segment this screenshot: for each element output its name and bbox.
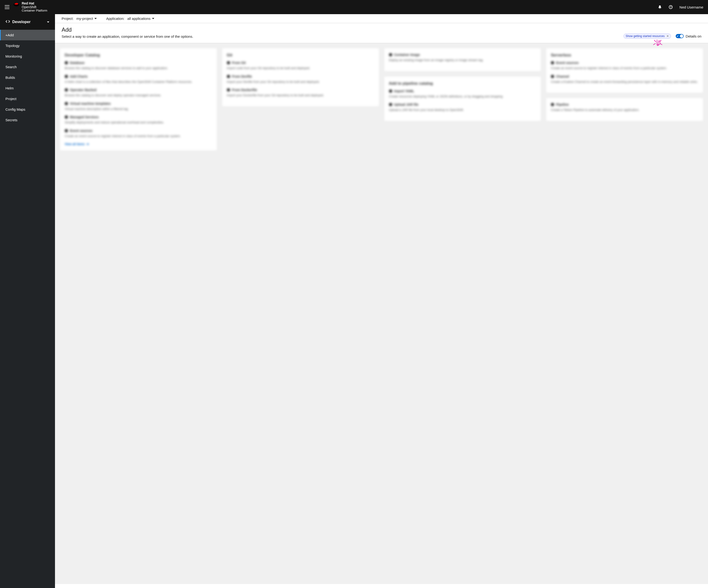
nav-label: Monitoring: [5, 54, 22, 58]
application-label: Application:: [106, 17, 125, 21]
project-value: my-project: [77, 17, 93, 21]
sidebar: Developer +Add Topology Monitoring Searc…: [0, 14, 55, 588]
redhat-logo-icon: [13, 2, 20, 7]
catalog-card: Container ImageDeploy an existing image …: [384, 48, 541, 71]
masthead-right: ? Ned Username: [658, 5, 703, 9]
page-subtitle: Select a way to create an application, c…: [62, 34, 193, 38]
nav-item-search[interactable]: Search: [0, 62, 55, 72]
nav-item-config-maps[interactable]: Config Maps: [0, 104, 55, 115]
catalog-card: Git From GitImport code from your Git re…: [222, 48, 379, 107]
nav-item-add[interactable]: +Add: [0, 30, 55, 40]
application-selector[interactable]: Application: all applications: [106, 17, 154, 21]
masthead-left: Red Hat OpenShift Container Platform: [5, 2, 47, 12]
code-icon: [6, 20, 10, 24]
notifications-bell-icon[interactable]: [658, 5, 662, 9]
catalog-card: PipelineCreate a Tekton Pipeline to auto…: [546, 98, 703, 121]
nav-item-secrets[interactable]: Secrets: [0, 115, 55, 125]
nav-label: Secrets: [5, 118, 18, 122]
nav-item-project[interactable]: Project: [0, 93, 55, 104]
details-toggle-label: Details on: [685, 34, 701, 38]
details-toggle-switch[interactable]: ✔: [676, 34, 684, 38]
svg-line-6: [659, 40, 661, 42]
perspective-label: Developer: [12, 20, 30, 24]
brand-line2: Container Platform: [22, 9, 47, 12]
nav-label: Helm: [5, 86, 14, 90]
page-header: Add Select a way to create an applicatio…: [55, 23, 708, 43]
nav-label: Topology: [5, 43, 20, 48]
svg-text:?: ?: [670, 6, 671, 8]
context-bar: Project: my-project Application: all app…: [55, 14, 708, 23]
catalog-card: Add to pipeline catalog Import YAMLCreat…: [384, 76, 541, 121]
catalog-card: Developer Catalog DatabaseBrowse the cat…: [60, 48, 217, 151]
perspective-switcher[interactable]: Developer: [0, 14, 55, 30]
project-label: Project:: [62, 17, 73, 21]
username-menu[interactable]: Ned Username: [679, 5, 703, 9]
caret-down-icon: [152, 18, 154, 19]
nav-label: Search: [5, 65, 17, 69]
page-title: Add: [62, 26, 193, 33]
show-getting-started-pill[interactable]: Show getting started resources ✕: [623, 33, 671, 39]
nav-label: Config Maps: [5, 107, 25, 111]
nav-item-monitoring[interactable]: Monitoring: [0, 51, 55, 62]
nav-item-helm[interactable]: Helm: [0, 83, 55, 93]
project-selector[interactable]: Project: my-project: [62, 17, 97, 21]
perspective-caret-icon: [47, 22, 49, 23]
nav-label: Project: [5, 97, 17, 101]
catalog-cards-blurred: Developer Catalog DatabaseBrowse the cat…: [55, 43, 708, 584]
product-brand: Red Hat OpenShift Container Platform: [13, 2, 47, 12]
nav-label: Builds: [5, 76, 15, 80]
check-icon: ✔: [677, 35, 679, 38]
caret-down-icon: [94, 18, 97, 19]
pill-close-icon[interactable]: ✕: [667, 34, 669, 38]
main-content: Project: my-project Application: all app…: [55, 14, 708, 588]
nav-label: +Add: [5, 33, 14, 37]
hamburger-menu-button[interactable]: [5, 5, 9, 9]
catalog-card: Serverless Event sourcesCreate an event …: [546, 48, 703, 93]
brand-line1a: Red Hat: [22, 2, 34, 5]
application-value: all applications: [127, 17, 150, 21]
svg-line-4: [654, 40, 656, 42]
brand-line1b: OpenShift: [22, 5, 36, 9]
nav-item-builds[interactable]: Builds: [0, 72, 55, 83]
brand-text: Red Hat OpenShift Container Platform: [22, 2, 47, 12]
help-question-icon[interactable]: ?: [669, 5, 673, 9]
masthead: Red Hat OpenShift Container Platform ? N…: [0, 0, 708, 14]
details-toggle[interactable]: ✔ Details on: [676, 34, 701, 38]
nav-item-topology[interactable]: Topology: [0, 40, 55, 51]
pill-label: Show getting started resources: [626, 34, 665, 38]
